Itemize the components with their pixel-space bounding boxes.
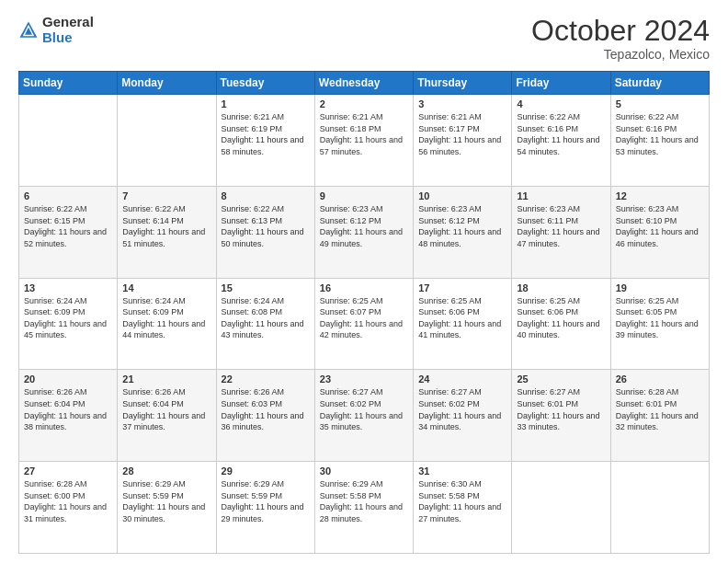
day-number: 13 <box>24 282 112 293</box>
weekday-saturday: Saturday <box>610 72 709 95</box>
calendar-cell: 8Sunrise: 6:22 AM Sunset: 6:13 PM Daylig… <box>216 186 314 278</box>
day-number: 22 <box>222 373 310 385</box>
day-number: 25 <box>517 373 605 385</box>
day-info: Sunrise: 6:25 AM Sunset: 6:06 PM Dayligh… <box>517 295 605 341</box>
day-info: Sunrise: 6:26 AM Sunset: 6:04 PM Dayligh… <box>122 386 210 432</box>
day-number: 30 <box>320 465 408 477</box>
calendar-cell: 30Sunrise: 6:29 AM Sunset: 5:58 PM Dayli… <box>314 462 413 554</box>
calendar-cell: 20Sunrise: 6:26 AM Sunset: 6:04 PM Dayli… <box>19 370 118 462</box>
day-number: 28 <box>122 465 210 477</box>
logo-general: General <box>42 15 94 30</box>
day-number: 17 <box>418 282 506 293</box>
calendar-cell: 14Sunrise: 6:24 AM Sunset: 6:09 PM Dayli… <box>118 278 216 370</box>
calendar-cell: 27Sunrise: 6:28 AM Sunset: 6:00 PM Dayli… <box>19 462 118 554</box>
week-row-1: 1Sunrise: 6:21 AM Sunset: 6:19 PM Daylig… <box>19 95 710 187</box>
calendar-cell: 13Sunrise: 6:24 AM Sunset: 6:09 PM Dayli… <box>19 278 118 370</box>
day-number: 12 <box>616 190 704 201</box>
day-number: 1 <box>222 98 310 109</box>
day-info: Sunrise: 6:28 AM Sunset: 6:01 PM Dayligh… <box>616 386 704 432</box>
title-block: October 2024 Tepazolco, Mexico <box>531 15 710 62</box>
day-number: 31 <box>418 465 506 477</box>
calendar-cell: 4Sunrise: 6:22 AM Sunset: 6:16 PM Daylig… <box>512 95 610 187</box>
calendar-cell: 3Sunrise: 6:21 AM Sunset: 6:17 PM Daylig… <box>414 95 512 187</box>
calendar-cell: 19Sunrise: 6:25 AM Sunset: 6:05 PM Dayli… <box>610 278 709 370</box>
day-info: Sunrise: 6:23 AM Sunset: 6:11 PM Dayligh… <box>517 203 605 249</box>
calendar-cell: 7Sunrise: 6:22 AM Sunset: 6:14 PM Daylig… <box>118 186 216 278</box>
day-number: 21 <box>122 373 210 385</box>
calendar-cell: 28Sunrise: 6:29 AM Sunset: 5:59 PM Dayli… <box>118 462 216 554</box>
day-number: 6 <box>24 190 112 201</box>
day-number: 5 <box>616 98 704 109</box>
day-info: Sunrise: 6:26 AM Sunset: 6:03 PM Dayligh… <box>222 386 310 432</box>
day-info: Sunrise: 6:28 AM Sunset: 6:00 PM Dayligh… <box>24 478 112 524</box>
header: General Blue October 2024 Tepazolco, Mex… <box>18 15 710 62</box>
day-info: Sunrise: 6:22 AM Sunset: 6:15 PM Dayligh… <box>24 203 112 249</box>
day-info: Sunrise: 6:22 AM Sunset: 6:13 PM Dayligh… <box>222 203 310 249</box>
day-info: Sunrise: 6:23 AM Sunset: 6:12 PM Dayligh… <box>418 203 506 249</box>
calendar-cell <box>118 95 216 187</box>
calendar-cell: 21Sunrise: 6:26 AM Sunset: 6:04 PM Dayli… <box>118 370 216 462</box>
day-number: 4 <box>517 98 605 109</box>
calendar-cell: 23Sunrise: 6:27 AM Sunset: 6:02 PM Dayli… <box>314 370 413 462</box>
day-info: Sunrise: 6:22 AM Sunset: 6:14 PM Dayligh… <box>122 203 210 249</box>
calendar-cell: 5Sunrise: 6:22 AM Sunset: 6:16 PM Daylig… <box>610 95 709 187</box>
calendar-cell: 22Sunrise: 6:26 AM Sunset: 6:03 PM Dayli… <box>216 370 314 462</box>
day-info: Sunrise: 6:22 AM Sunset: 6:16 PM Dayligh… <box>616 111 704 157</box>
day-info: Sunrise: 6:22 AM Sunset: 6:16 PM Dayligh… <box>517 111 605 157</box>
calendar-cell: 1Sunrise: 6:21 AM Sunset: 6:19 PM Daylig… <box>216 95 314 187</box>
calendar-cell <box>512 462 610 554</box>
calendar-cell: 18Sunrise: 6:25 AM Sunset: 6:06 PM Dayli… <box>512 278 610 370</box>
week-row-5: 27Sunrise: 6:28 AM Sunset: 6:00 PM Dayli… <box>19 462 710 554</box>
day-info: Sunrise: 6:21 AM Sunset: 6:17 PM Dayligh… <box>418 111 506 157</box>
calendar-cell: 26Sunrise: 6:28 AM Sunset: 6:01 PM Dayli… <box>610 370 709 462</box>
day-info: Sunrise: 6:23 AM Sunset: 6:12 PM Dayligh… <box>320 203 408 249</box>
day-info: Sunrise: 6:24 AM Sunset: 6:09 PM Dayligh… <box>122 295 210 341</box>
day-number: 16 <box>320 282 408 293</box>
day-info: Sunrise: 6:24 AM Sunset: 6:08 PM Dayligh… <box>222 295 310 341</box>
page: General Blue October 2024 Tepazolco, Mex… <box>0 0 728 563</box>
day-info: Sunrise: 6:21 AM Sunset: 6:19 PM Dayligh… <box>222 111 310 157</box>
day-number: 27 <box>24 465 112 477</box>
weekday-thursday: Thursday <box>414 72 512 95</box>
day-number: 7 <box>122 190 210 201</box>
calendar-cell: 16Sunrise: 6:25 AM Sunset: 6:07 PM Dayli… <box>314 278 413 370</box>
calendar-cell: 17Sunrise: 6:25 AM Sunset: 6:06 PM Dayli… <box>414 278 512 370</box>
day-info: Sunrise: 6:23 AM Sunset: 6:10 PM Dayligh… <box>616 203 704 249</box>
location: Tepazolco, Mexico <box>531 47 710 62</box>
day-info: Sunrise: 6:29 AM Sunset: 5:59 PM Dayligh… <box>122 478 210 524</box>
day-number: 26 <box>616 373 704 385</box>
day-number: 18 <box>517 282 605 293</box>
calendar: SundayMondayTuesdayWednesdayThursdayFrid… <box>18 71 710 554</box>
calendar-cell: 31Sunrise: 6:30 AM Sunset: 5:58 PM Dayli… <box>414 462 512 554</box>
day-number: 2 <box>320 98 408 109</box>
calendar-cell: 24Sunrise: 6:27 AM Sunset: 6:02 PM Dayli… <box>414 370 512 462</box>
day-number: 10 <box>418 190 506 201</box>
day-info: Sunrise: 6:26 AM Sunset: 6:04 PM Dayligh… <box>24 386 112 432</box>
day-number: 9 <box>320 190 408 201</box>
weekday-monday: Monday <box>118 72 216 95</box>
week-row-3: 13Sunrise: 6:24 AM Sunset: 6:09 PM Dayli… <box>19 278 710 370</box>
calendar-cell <box>19 95 118 187</box>
calendar-cell: 12Sunrise: 6:23 AM Sunset: 6:10 PM Dayli… <box>610 186 709 278</box>
calendar-cell: 6Sunrise: 6:22 AM Sunset: 6:15 PM Daylig… <box>19 186 118 278</box>
week-row-2: 6Sunrise: 6:22 AM Sunset: 6:15 PM Daylig… <box>19 186 710 278</box>
day-info: Sunrise: 6:30 AM Sunset: 5:58 PM Dayligh… <box>418 478 506 524</box>
weekday-sunday: Sunday <box>19 72 118 95</box>
day-number: 15 <box>222 282 310 293</box>
day-info: Sunrise: 6:29 AM Sunset: 5:58 PM Dayligh… <box>320 478 408 524</box>
day-info: Sunrise: 6:27 AM Sunset: 6:02 PM Dayligh… <box>320 386 408 432</box>
day-number: 11 <box>517 190 605 201</box>
month-title: October 2024 <box>531 15 710 47</box>
day-info: Sunrise: 6:27 AM Sunset: 6:02 PM Dayligh… <box>418 386 506 432</box>
calendar-cell: 29Sunrise: 6:29 AM Sunset: 5:59 PM Dayli… <box>216 462 314 554</box>
logo-icon <box>18 20 39 40</box>
logo-blue: Blue <box>42 30 94 46</box>
day-info: Sunrise: 6:25 AM Sunset: 6:05 PM Dayligh… <box>616 295 704 341</box>
weekday-header-row: SundayMondayTuesdayWednesdayThursdayFrid… <box>19 72 710 95</box>
weekday-friday: Friday <box>512 72 610 95</box>
day-info: Sunrise: 6:27 AM Sunset: 6:01 PM Dayligh… <box>517 386 605 432</box>
week-row-4: 20Sunrise: 6:26 AM Sunset: 6:04 PM Dayli… <box>19 370 710 462</box>
calendar-cell: 9Sunrise: 6:23 AM Sunset: 6:12 PM Daylig… <box>314 186 413 278</box>
calendar-cell <box>610 462 709 554</box>
day-number: 24 <box>418 373 506 385</box>
